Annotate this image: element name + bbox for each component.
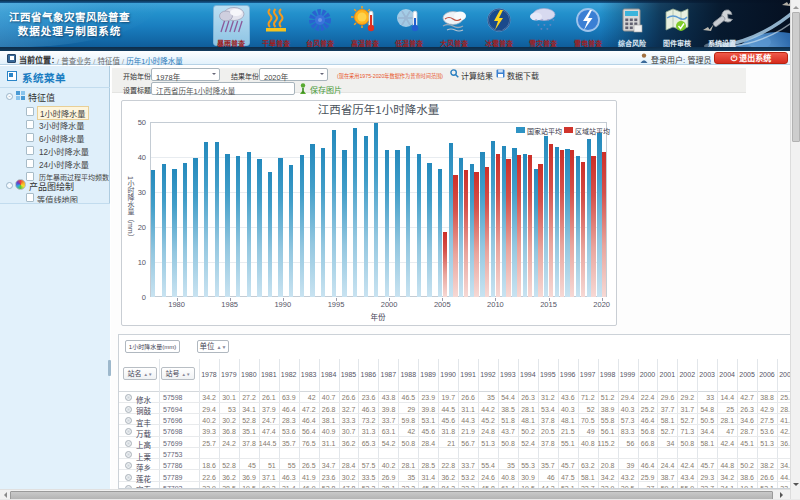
svg-text:*: * <box>552 18 555 24</box>
